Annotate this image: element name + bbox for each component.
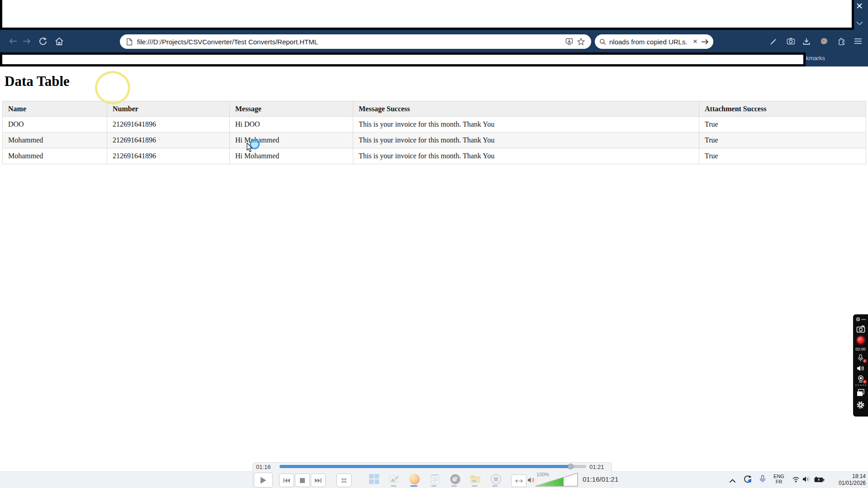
collapse-arrows-icon	[340, 477, 348, 484]
player-progress-track[interactable]	[280, 465, 586, 468]
puzzle-icon	[837, 37, 846, 46]
table-cell: 212691641896	[107, 148, 230, 164]
skip-end-button[interactable]	[311, 474, 326, 487]
camera-icon	[856, 325, 865, 333]
bookmark-star-icon[interactable]	[575, 36, 587, 47]
table-row: Mohammed212691641896Hi MohammedThis is y…	[3, 148, 866, 164]
bookmarks-bar-item[interactable]: kmarks	[806, 55, 825, 62]
table-cell: Mohammed	[3, 148, 107, 164]
search-box[interactable]: nloads from copied URLs. ×	[595, 34, 713, 49]
column-header: Attachment Success	[699, 101, 866, 117]
tray-mic-icon[interactable]	[759, 475, 766, 485]
taskbar-recorder-app[interactable]	[449, 473, 461, 485]
recorder-webcam-button[interactable]: ×	[856, 374, 866, 383]
clear-search-icon[interactable]: ×	[691, 36, 700, 47]
horizontal-arrows-icon	[515, 479, 523, 483]
mouse-cursor	[247, 143, 253, 154]
language-line1: ENG	[771, 474, 787, 479]
recorder-mic-button[interactable]: ×	[856, 354, 866, 362]
home-button[interactable]	[52, 34, 66, 48]
stop-icon	[300, 478, 305, 483]
skip-start-button[interactable]	[279, 474, 294, 487]
webcam-off-badge: ×	[863, 380, 867, 384]
column-header: Message	[230, 101, 353, 117]
player-progress-handle[interactable]	[568, 464, 574, 469]
forward-button[interactable]	[20, 34, 33, 48]
taskbar-explorer-app[interactable]	[470, 473, 481, 485]
tray-battery-icon[interactable]	[814, 476, 825, 484]
wifi-icon	[792, 476, 800, 483]
annotation-box-bookmarks	[0, 52, 806, 66]
table-cell: DOO	[3, 117, 107, 133]
pen-tool-button[interactable]	[767, 35, 779, 47]
hamburger-icon	[854, 38, 862, 44]
app-running-indicator	[492, 485, 498, 487]
table-cell: True	[699, 133, 866, 148]
save-page-icon[interactable]	[563, 36, 575, 47]
tray-clock[interactable]: 18:14 01/01/2026	[828, 473, 866, 487]
url-text[interactable]: file:///D:/Projects/CSVConverter/Test Co…	[137, 38, 563, 46]
taskbar-notepad-app[interactable]	[429, 473, 441, 485]
app-running-indicator	[472, 485, 477, 487]
record-button[interactable]	[856, 336, 866, 345]
speaker-icon	[857, 365, 864, 372]
screenshot-button[interactable]	[785, 35, 797, 47]
table-cell: 212691641896	[107, 117, 230, 133]
play-button[interactable]	[254, 473, 273, 488]
recorder-speaker-button[interactable]	[856, 364, 866, 372]
overlay-close-button[interactable]	[856, 3, 863, 11]
downloads-button[interactable]	[801, 35, 812, 47]
taskbar-photos-app[interactable]	[388, 473, 400, 485]
table-cell: 212691641896	[107, 133, 230, 148]
table-cell: Mohammed	[3, 133, 107, 148]
address-bar[interactable]: file:///D:/Projects/CSVConverter/Test Co…	[120, 34, 591, 49]
volume-slider[interactable]	[535, 472, 579, 488]
table-cell: Hi DOO	[230, 117, 353, 133]
column-header: Name	[3, 101, 107, 117]
extensions-button[interactable]	[835, 35, 847, 47]
recorder-display-button[interactable]	[856, 388, 866, 398]
recorder-screenshot-button[interactable]	[856, 324, 866, 333]
player-progress-fill	[280, 465, 571, 468]
reload-button[interactable]	[36, 34, 50, 48]
microphone-icon	[759, 475, 766, 483]
taskbar-start-button[interactable]	[368, 473, 380, 485]
tray-volume-icon[interactable]	[802, 476, 811, 484]
recorder-settings-button[interactable]	[856, 400, 866, 410]
menu-button[interactable]	[852, 35, 864, 47]
speaker-orange-icon	[527, 477, 535, 483]
shrink-view-button[interactable]	[337, 474, 351, 487]
recorder-toolbar: 02:00 × ×	[853, 314, 868, 417]
overlay-expand-button[interactable]	[856, 19, 863, 27]
player-volume-icon[interactable]	[527, 477, 535, 485]
column-header: Message Success	[353, 101, 699, 117]
tray-show-hidden-button[interactable]	[729, 477, 736, 485]
taskbar-settings-app[interactable]	[490, 473, 502, 485]
fit-width-button[interactable]	[511, 474, 526, 487]
tray-sync-icon[interactable]	[743, 474, 752, 485]
reload-icon	[38, 37, 47, 46]
dark-camera-icon	[450, 474, 460, 484]
mic-muted-badge: ×	[863, 359, 867, 363]
table-cell: True	[699, 117, 866, 133]
table-row: DOO212691641896Hi DOOThis is your invoic…	[3, 117, 866, 133]
notepad-icon	[431, 474, 439, 484]
pen-icon	[769, 37, 777, 45]
stop-button[interactable]	[295, 474, 310, 487]
search-go-icon[interactable]	[700, 36, 710, 47]
record-dot-icon	[857, 336, 864, 344]
player-total-time: 01:21	[589, 464, 604, 470]
download-icon	[802, 38, 811, 45]
recorder-drag-handle[interactable]	[856, 317, 866, 322]
chevron-down-icon	[856, 21, 863, 25]
back-button[interactable]	[6, 34, 20, 48]
search-input[interactable]: nloads from copied URLs.	[609, 38, 691, 46]
taskbar-firefox-app[interactable]	[408, 473, 420, 485]
recorder-timer: 02:00	[855, 347, 866, 351]
skip-start-icon	[283, 478, 290, 483]
clock-date: 01/01/2026	[828, 480, 866, 487]
tray-language-switcher[interactable]: ENG FR	[771, 474, 787, 484]
language-line2: FR	[771, 479, 787, 484]
tray-wifi-icon[interactable]	[792, 476, 800, 484]
extension-addon-button[interactable]	[818, 35, 830, 47]
